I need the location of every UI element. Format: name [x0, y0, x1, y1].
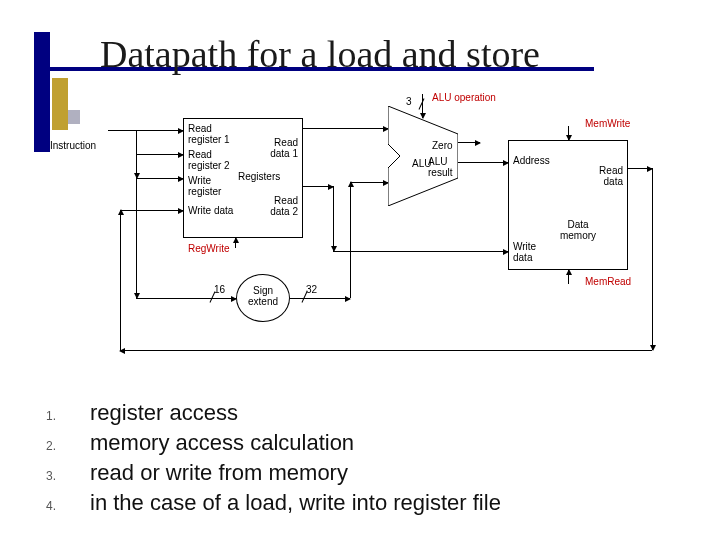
wire	[120, 210, 183, 211]
step-number: 3.	[40, 469, 90, 483]
step-number: 4.	[40, 499, 90, 513]
bus-slash-icon	[300, 293, 310, 303]
step-text: register access	[90, 400, 238, 426]
label-instruction: Instruction	[50, 140, 96, 151]
port-alu-result: ALU result	[428, 156, 456, 178]
bus-slash-icon	[208, 293, 218, 303]
label-sign-extend: Sign extend	[248, 285, 278, 307]
wire	[568, 126, 569, 140]
block-sign-extend: Sign extend	[236, 274, 290, 322]
wire	[333, 186, 334, 251]
signal-memwrite: MemWrite	[585, 118, 630, 129]
wire	[350, 182, 388, 183]
wire	[290, 298, 350, 299]
wire	[458, 142, 480, 143]
port-read-data1: Read data 1	[254, 137, 298, 159]
wire	[136, 130, 137, 178]
list-item: 1. register access	[40, 400, 680, 426]
wire	[350, 182, 351, 298]
page-title: Datapath for a load and store	[100, 32, 540, 76]
wire	[120, 210, 121, 350]
wire	[458, 162, 508, 163]
wire	[333, 251, 508, 252]
list-item: 4. in the case of a load, write into reg…	[40, 490, 680, 516]
step-text: read or write from memory	[90, 460, 348, 486]
wire	[120, 350, 652, 351]
wire	[303, 186, 333, 187]
wire	[568, 270, 569, 284]
wire	[235, 238, 236, 248]
step-text: memory access calculation	[90, 430, 354, 456]
port-read-data2: Read data 2	[254, 195, 298, 217]
port-address: Address	[513, 155, 550, 166]
signal-regwrite: RegWrite	[188, 243, 230, 254]
step-text: in the case of a load, write into regist…	[90, 490, 501, 516]
list-item: 3. read or write from memory	[40, 460, 680, 486]
list-item: 2. memory access calculation	[40, 430, 680, 456]
wire	[628, 168, 652, 169]
step-number: 1.	[40, 409, 90, 423]
bus-slash-icon	[417, 100, 427, 110]
step-number: 2.	[40, 439, 90, 453]
wire	[136, 178, 137, 298]
wire	[108, 130, 183, 131]
block-registers: Read register 1 Read register 2 Write re…	[183, 118, 303, 238]
block-data-memory: Address Read data Write data Data memory	[508, 140, 628, 270]
wire	[136, 178, 183, 179]
datapath-diagram: Instruction Read register 1 Read registe…	[80, 100, 660, 380]
port-write-reg: Write register	[188, 175, 236, 197]
port-write-data-mem: Write data	[513, 241, 553, 263]
port-write-data: Write data	[188, 205, 236, 216]
port-read-reg2: Read register 2	[188, 149, 236, 171]
port-read-data-mem: Read data	[583, 165, 623, 187]
wire	[136, 298, 236, 299]
wire	[303, 128, 388, 129]
steps-list: 1. register access 2. memory access calc…	[40, 400, 680, 520]
label-registers: Registers	[238, 171, 280, 182]
port-read-reg1: Read register 1	[188, 123, 236, 145]
label-alu-op-bits: 3	[406, 96, 412, 107]
port-alu-zero: Zero	[432, 140, 453, 151]
wire	[136, 154, 183, 155]
label-data-memory: Data memory	[553, 219, 603, 241]
wire	[652, 168, 653, 350]
signal-alu-operation: ALU operation	[432, 92, 496, 103]
signal-memread: MemRead	[585, 276, 631, 287]
